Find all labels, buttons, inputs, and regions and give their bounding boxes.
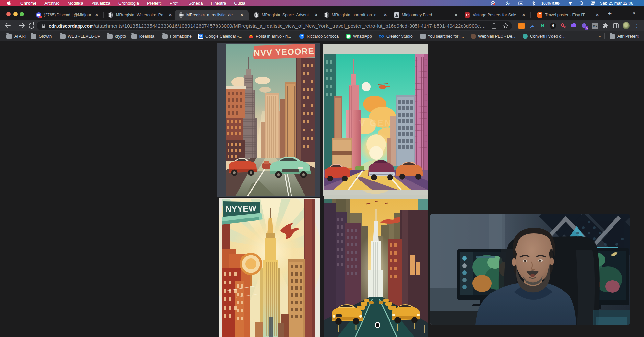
svg-text:100%: 100% xyxy=(541,1,551,5)
svg-text:V GEN: V GEN xyxy=(359,118,392,128)
svg-text:NYYEW: NYYEW xyxy=(225,204,257,214)
